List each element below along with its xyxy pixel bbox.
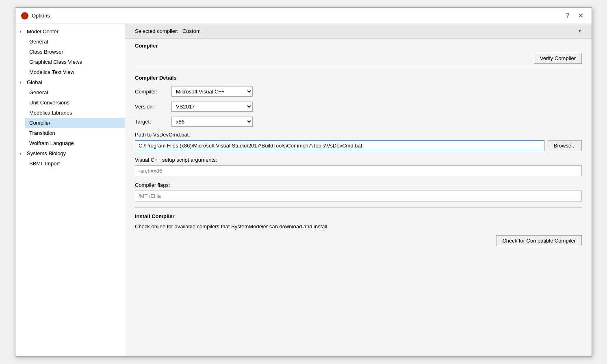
install-title: Install Compiler	[135, 213, 582, 219]
sidebar-group-header-global[interactable]: ▾Global	[15, 77, 125, 87]
sidebar-children-model-center: GeneralClass BrowserGraphical Class View…	[15, 37, 125, 77]
setup-args-label: Visual C++ setup script arguments:	[135, 157, 582, 163]
sidebar-item-sbml-import[interactable]: SBML Import	[25, 158, 125, 169]
path-row: Browse...	[135, 140, 582, 151]
compiler-details-title: Compiler Details	[135, 75, 582, 81]
setup-args-section: Visual C++ setup script arguments:	[135, 157, 582, 176]
target-row: Target: x86x64	[135, 117, 582, 127]
chevron-global-icon: ▾	[20, 80, 25, 84]
sidebar-group-label-global: Global	[27, 79, 42, 85]
sidebar-group-global: ▾GlobalGeneralUnit ConversionsModelica L…	[15, 77, 125, 148]
install-section: Install Compiler Check online for availa…	[135, 213, 582, 246]
sidebar-item-general[interactable]: General	[25, 37, 125, 47]
chevron-model-center-icon: ▾	[20, 29, 25, 34]
compiler-section-title: Compiler	[135, 43, 158, 49]
verify-compiler-button[interactable]: Verify Compiler	[534, 53, 582, 64]
sidebar-group-header-systems-biology[interactable]: ▾Systems Biology	[15, 148, 125, 158]
compiler-label: Compiler:	[135, 89, 171, 95]
target-select[interactable]: x86x64	[171, 117, 253, 127]
selected-compiler-label: Selected compiler:	[135, 28, 178, 34]
help-button[interactable]: ?	[563, 11, 572, 20]
close-button[interactable]: ✕	[576, 11, 586, 20]
dialog-body: ▾Model CenterGeneralClass BrowserGraphic…	[15, 24, 592, 356]
sidebar-children-global: GeneralUnit ConversionsModelica Librarie…	[15, 87, 125, 148]
path-input[interactable]	[135, 140, 544, 151]
browse-button[interactable]: Browse...	[548, 140, 582, 151]
sidebar-group-systems-biology: ▾Systems BiologySBML Import	[15, 148, 125, 169]
sidebar-children-systems-biology: SBML Import	[15, 158, 125, 169]
install-btn-row: Check for Compatible Compiler	[135, 235, 582, 246]
compiler-details-section: Compiler Details Compiler: Microsoft Vis…	[135, 75, 582, 127]
compiler-select[interactable]: Microsoft Visual C++GCCClang	[171, 87, 253, 97]
sidebar-item-class-browser[interactable]: Class Browser	[25, 47, 125, 57]
sidebar-item-modelica-text-view[interactable]: Modelica Text View	[25, 67, 125, 77]
sidebar-item-wolfram-language[interactable]: Wolfram Language	[25, 138, 125, 148]
options-dialog: Options ? ✕ ▾Model CenterGeneralClass Br…	[15, 7, 592, 357]
options-icon	[21, 12, 28, 20]
compiler-flags-input[interactable]	[135, 191, 582, 202]
dialog-title: Options	[32, 13, 50, 19]
compiler-flags-section: Compiler flags:	[135, 182, 582, 202]
chevron-systems-biology-icon: ▾	[20, 151, 25, 156]
sidebar-group-label-model-center: Model Center	[27, 28, 59, 35]
path-section: Path to VsDevCmd.bat: Browse...	[135, 132, 582, 151]
selected-compiler-arrow: ▼	[578, 29, 582, 33]
verify-compiler-area: Verify Compiler	[125, 49, 592, 68]
title-bar-left: Options	[21, 12, 50, 20]
version-row: Version: VS2017VS2019VS2022	[135, 102, 582, 112]
check-compiler-button[interactable]: Check for Compatible Compiler	[496, 235, 582, 246]
sidebar-group-label-systems-biology: Systems Biology	[27, 150, 66, 156]
sidebar-item-compiler[interactable]: Compiler	[25, 118, 125, 128]
version-label: Version:	[135, 104, 171, 110]
sidebar: ▾Model CenterGeneralClass BrowserGraphic…	[15, 24, 125, 356]
sidebar-item-modelica-libraries[interactable]: Modelica Libraries	[25, 108, 125, 118]
path-label: Path to VsDevCmd.bat:	[135, 132, 582, 138]
sidebar-item-graphical-class-views[interactable]: Graphical Class Views	[25, 57, 125, 67]
sidebar-item-unit-conversions[interactable]: Unit Conversions	[25, 98, 125, 108]
target-label: Target:	[135, 119, 171, 125]
sidebar-group-header-model-center[interactable]: ▾Model Center	[15, 26, 125, 37]
sidebar-item-translation[interactable]: Translation	[25, 128, 125, 138]
compiler-section-header: Compiler	[125, 39, 592, 49]
sidebar-item-general2[interactable]: General	[25, 87, 125, 98]
selected-compiler-value: Custom	[182, 28, 201, 34]
main-content: Selected compiler: Custom ▼ Compiler Ver…	[125, 24, 592, 356]
title-bar-buttons: ? ✕	[563, 11, 586, 20]
sidebar-group-model-center: ▾Model CenterGeneralClass BrowserGraphic…	[15, 26, 125, 77]
compiler-row: Compiler: Microsoft Visual C++GCCClang	[135, 87, 582, 97]
title-bar: Options ? ✕	[15, 8, 592, 24]
version-select[interactable]: VS2017VS2019VS2022	[171, 102, 253, 112]
compiler-flags-label: Compiler flags:	[135, 182, 582, 188]
selected-compiler-dropdown-wrapper[interactable]: Custom ▼	[182, 28, 582, 34]
setup-args-input[interactable]	[135, 165, 582, 176]
install-description: Check online for available compilers tha…	[135, 223, 582, 230]
